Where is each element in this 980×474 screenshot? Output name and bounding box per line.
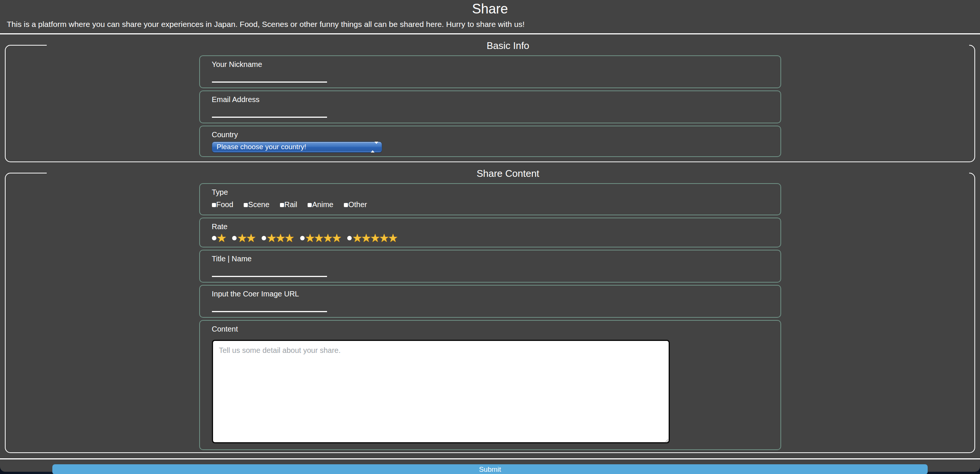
submit-button[interactable]: Submit <box>52 464 928 474</box>
email-field-box: Email Address <box>199 91 781 123</box>
nickname-field-box: Your Nickname <box>199 55 781 88</box>
nickname-input[interactable] <box>212 70 327 83</box>
radio-rate-1[interactable] <box>212 236 216 240</box>
rate-label: Rate <box>212 223 780 230</box>
cover-url-field-box: Input the Coer Image URL <box>199 285 781 318</box>
cover-url-input[interactable] <box>212 300 327 312</box>
star-icons-5: ★★★★★ <box>352 232 396 245</box>
type-option-label: Scene <box>248 200 269 208</box>
checkbox-rail[interactable] <box>280 203 284 207</box>
country-select-wrap: Please choose your country! <box>212 142 382 153</box>
content-label: Content <box>212 325 780 333</box>
type-option-anime[interactable]: Anime <box>308 200 333 208</box>
viewport: Share This is a platform where you can s… <box>0 0 980 474</box>
type-option-rail[interactable]: Rail <box>280 200 297 208</box>
radio-rate-5[interactable] <box>347 236 352 240</box>
email-label: Email Address <box>212 96 780 103</box>
share-form-page: Share This is a platform where you can s… <box>0 0 980 472</box>
type-option-other[interactable]: Other <box>344 200 367 208</box>
cover-url-label: Input the Coer Image URL <box>212 290 780 297</box>
checkbox-anime[interactable] <box>308 203 312 207</box>
content-textarea[interactable] <box>212 340 670 443</box>
header: Share This is a platform where you can s… <box>0 0 980 34</box>
type-option-scene[interactable]: Scene <box>244 200 269 208</box>
country-select[interactable]: Please choose your country! <box>212 142 382 153</box>
divider <box>0 458 980 460</box>
country-label: Country <box>212 131 780 138</box>
rate-option-4-star[interactable]: ★★★★ <box>300 232 341 245</box>
type-option-food[interactable]: Food <box>212 200 234 208</box>
rate-option-5-star[interactable]: ★★★★★ <box>347 232 396 245</box>
title-name-input[interactable] <box>212 265 327 277</box>
page-title: Share <box>0 1 980 17</box>
type-label: Type <box>212 188 780 196</box>
radio-rate-4[interactable] <box>300 236 305 240</box>
page-description: This is a platform where you can share y… <box>7 19 980 29</box>
country-field-box: Country Please choose your country! <box>199 126 781 157</box>
type-option-label: Rail <box>285 200 297 208</box>
star-icons-1: ★ <box>217 232 226 245</box>
type-option-label: Anime <box>312 200 333 208</box>
content-field-box: Content <box>199 320 781 450</box>
rate-option-3-star[interactable]: ★★★ <box>262 232 293 245</box>
checkbox-food[interactable] <box>212 203 216 207</box>
star-icons-3: ★★★ <box>266 232 293 245</box>
email-input[interactable] <box>212 105 327 118</box>
rate-option-2-star[interactable]: ★★ <box>232 232 255 245</box>
nickname-label: Your Nickname <box>212 60 780 68</box>
type-option-label: Other <box>348 200 367 208</box>
radio-rate-2[interactable] <box>232 236 237 240</box>
checkbox-scene[interactable] <box>244 203 248 207</box>
share-content-legend: Share Content <box>47 167 969 180</box>
star-icons-2: ★★ <box>237 232 255 245</box>
rate-field-box: Rate ★★★★★★★★★★★★★★★ <box>199 218 781 248</box>
type-option-label: Food <box>216 200 234 208</box>
radio-rate-3[interactable] <box>262 236 266 240</box>
basic-info-fieldset: Basic Info Your Nickname Email Address C… <box>5 45 975 162</box>
rate-option-1-star[interactable]: ★ <box>212 232 226 245</box>
basic-info-legend: Basic Info <box>47 39 969 52</box>
share-content-fieldset: Share Content Type FoodSceneRailAnimeOth… <box>5 173 975 453</box>
title-name-field-box: Title | Name <box>199 250 781 283</box>
title-name-label: Title | Name <box>212 255 780 262</box>
checkbox-other[interactable] <box>344 203 348 207</box>
type-options-row: FoodSceneRailAnimeOther <box>212 200 780 208</box>
rate-options-row: ★★★★★★★★★★★★★★★ <box>212 232 780 245</box>
type-field-box: Type FoodSceneRailAnimeOther <box>199 183 781 215</box>
star-icons-4: ★★★★ <box>305 232 341 245</box>
